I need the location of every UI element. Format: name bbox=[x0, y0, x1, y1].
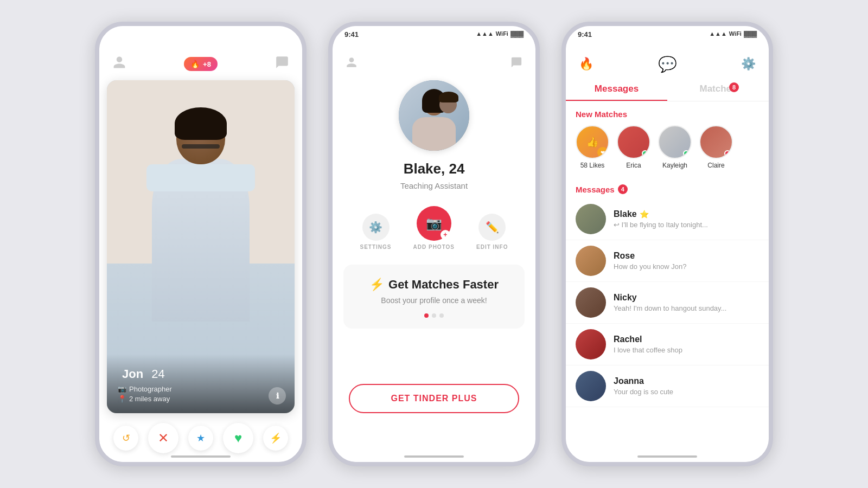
settings-label: SETTINGS bbox=[360, 244, 392, 250]
msg-preview-rachel: I love that coffee shop bbox=[614, 346, 759, 354]
msg-avatar-blake bbox=[576, 204, 606, 234]
boost-button[interactable]: ⚡ bbox=[263, 426, 288, 451]
nope-button[interactable]: ✕ bbox=[148, 423, 178, 453]
msg-sender-rose: Rose bbox=[614, 251, 635, 261]
match-avatar-kayleigh bbox=[658, 125, 692, 159]
home-indicator bbox=[171, 455, 231, 458]
card-job: 📷 Photographer bbox=[118, 385, 284, 393]
match-avatar-claire bbox=[699, 125, 733, 159]
tab-messages[interactable]: Messages bbox=[566, 78, 667, 101]
dot-2 bbox=[432, 313, 436, 318]
phone-notch bbox=[165, 26, 236, 40]
msg-sender-blake: Blake bbox=[614, 209, 637, 219]
msg-preview-joanna: Your dog is so cute bbox=[614, 388, 759, 396]
dot-3 bbox=[439, 313, 444, 318]
msg-avatar-rose bbox=[576, 246, 606, 276]
get-tinder-plus-button[interactable]: GET TINDER PLUS bbox=[349, 384, 519, 413]
match-name-likes: 58 Likes bbox=[580, 162, 605, 169]
tab-matches[interactable]: Matches 8 bbox=[667, 78, 769, 101]
swipe-actions: ↺ ✕ ★ ♥ ⚡ bbox=[99, 423, 302, 453]
boost-subtitle: Boost your profile once a week! bbox=[356, 296, 512, 305]
match-name-kayleigh: Kayleigh bbox=[662, 162, 687, 169]
star-icon-blake: ⭐ bbox=[640, 210, 649, 219]
add-photos-label: ADD PHOTOS bbox=[413, 244, 455, 250]
msg-preview-nicky: Yeah! I'm down to hangout sunday... bbox=[614, 304, 759, 312]
settings-icon: ⚙️ bbox=[362, 214, 390, 241]
msg-avatar-nicky bbox=[576, 287, 606, 318]
msg-content-rose: Rose How do you know Jon? bbox=[614, 251, 759, 271]
likes-badge-icon: ❤ bbox=[597, 147, 608, 158]
edit-info-label: EDIT INFO bbox=[476, 244, 508, 250]
tinder-badge-count: +8 bbox=[203, 60, 211, 68]
card-name-age: Jon 24 bbox=[118, 365, 284, 382]
status-icons-2: ▲▲▲ WiFi ▓▓▓ bbox=[476, 30, 524, 37]
edit-info-action[interactable]: ✏️ EDIT INFO bbox=[476, 214, 508, 250]
profile-job: Teaching Assistant bbox=[333, 181, 535, 190]
profile-actions: ⚙️ SETTINGS 📷 + ADD PHOTOS ✏️ EDIT INFO bbox=[333, 206, 535, 250]
messages-section: Messages 4 Blake ⭐ ↩ I'll be flying to I… bbox=[566, 182, 769, 407]
msg-sender-joanna: Joanna bbox=[614, 376, 644, 386]
card-info-button[interactable]: ℹ bbox=[269, 387, 286, 404]
msg-avatar-rachel bbox=[576, 329, 606, 359]
boost-card: ⚡ Get Matches Faster Boost your profile … bbox=[343, 265, 525, 329]
rewind-button[interactable]: ↺ bbox=[113, 426, 138, 451]
matches-row: 👍 ❤ 58 Likes Erica Kay bbox=[576, 125, 759, 169]
flame-icon: 🔥 bbox=[190, 60, 200, 68]
boost-dots bbox=[356, 313, 512, 318]
message-item-joanna[interactable]: Joanna Your dog is so cute bbox=[566, 365, 769, 407]
message-item-rachel[interactable]: Rachel I love that coffee shop bbox=[566, 324, 769, 365]
camera-icon: 📷 bbox=[118, 385, 126, 393]
msg-preview-blake: ↩ I'll be flying to Italy tonight... bbox=[614, 221, 759, 229]
tinder-flame-icon[interactable]: 🔥 bbox=[579, 57, 593, 71]
msg-content-rachel: Rachel I love that coffee shop bbox=[614, 335, 759, 354]
profile-name: Blake, 24 bbox=[333, 160, 535, 177]
match-item-kayleigh[interactable]: Kayleigh bbox=[658, 125, 692, 169]
settings-action[interactable]: ⚙️ SETTINGS bbox=[360, 214, 392, 250]
lightning-icon: ⚡ bbox=[369, 278, 384, 292]
add-photos-action[interactable]: 📷 + ADD PHOTOS bbox=[413, 206, 455, 250]
card-distance: 📍 2 miles away bbox=[118, 395, 284, 403]
battery-icon-3: ▓▓▓ bbox=[744, 30, 757, 37]
msg-content-joanna: Joanna Your dog is so cute bbox=[614, 376, 759, 396]
msg-content-blake: Blake ⭐ ↩ I'll be flying to Italy tonigh… bbox=[614, 209, 759, 229]
tinder-logo-badge[interactable]: 🔥 +8 bbox=[184, 57, 218, 71]
like-button[interactable]: ♥ bbox=[223, 423, 253, 453]
match-avatar-erica bbox=[617, 125, 650, 159]
messages-logo-icon: 💬 bbox=[658, 55, 677, 73]
phone-swipe: 🔥 +8 Jon 24 bbox=[95, 22, 307, 466]
msg-sender-nicky: Nicky bbox=[614, 293, 637, 303]
swipe-card[interactable]: Jon 24 📷 Photographer 📍 2 miles away ℹ bbox=[107, 80, 295, 413]
message-item-blake[interactable]: Blake ⭐ ↩ I'll be flying to Italy tonigh… bbox=[566, 198, 769, 240]
settings-nav-icon[interactable]: ⚙️ bbox=[741, 57, 756, 71]
match-item-likes[interactable]: 👍 ❤ 58 Likes bbox=[576, 125, 609, 169]
msg-tabs: Messages Matches 8 bbox=[566, 78, 769, 101]
phone-notch-2 bbox=[399, 26, 469, 40]
nav-back-icon[interactable] bbox=[346, 56, 358, 72]
status-time-2: 9:41 bbox=[344, 30, 359, 38]
swipe-topbar: 🔥 +8 bbox=[99, 50, 302, 78]
signal-icon: ▲▲▲ bbox=[476, 30, 494, 37]
card-age: 24 bbox=[151, 367, 164, 381]
super-like-button[interactable]: ★ bbox=[188, 426, 213, 451]
camera-icon: 📷 + bbox=[417, 206, 451, 241]
message-item-rose[interactable]: Rose How do you know Jon? bbox=[566, 240, 769, 282]
online-dot-erica bbox=[642, 150, 648, 157]
online-dot-kayleigh bbox=[683, 150, 690, 157]
chat-icon[interactable] bbox=[275, 55, 289, 73]
wifi-icon: WiFi bbox=[496, 30, 508, 37]
match-name-erica: Erica bbox=[626, 162, 641, 169]
phone-notch-3 bbox=[632, 26, 703, 40]
message-item-nicky[interactable]: Nicky Yeah! I'm down to hangout sunday..… bbox=[566, 282, 769, 324]
boost-title: ⚡ Get Matches Faster bbox=[356, 278, 512, 292]
message-list: Blake ⭐ ↩ I'll be flying to Italy tonigh… bbox=[566, 198, 769, 407]
status-time-3: 9:41 bbox=[578, 30, 592, 38]
camera-plus-icon: + bbox=[441, 230, 450, 240]
match-item-claire[interactable]: Claire bbox=[699, 125, 733, 169]
wifi-icon-3: WiFi bbox=[729, 30, 742, 37]
chat-nav-icon[interactable] bbox=[510, 56, 522, 72]
match-item-erica[interactable]: Erica bbox=[617, 125, 650, 169]
home-indicator-2 bbox=[404, 455, 464, 458]
pin-icon: 📍 bbox=[118, 395, 126, 403]
profile-icon[interactable] bbox=[112, 55, 126, 73]
messages-section-label: Messages 4 bbox=[566, 182, 769, 198]
